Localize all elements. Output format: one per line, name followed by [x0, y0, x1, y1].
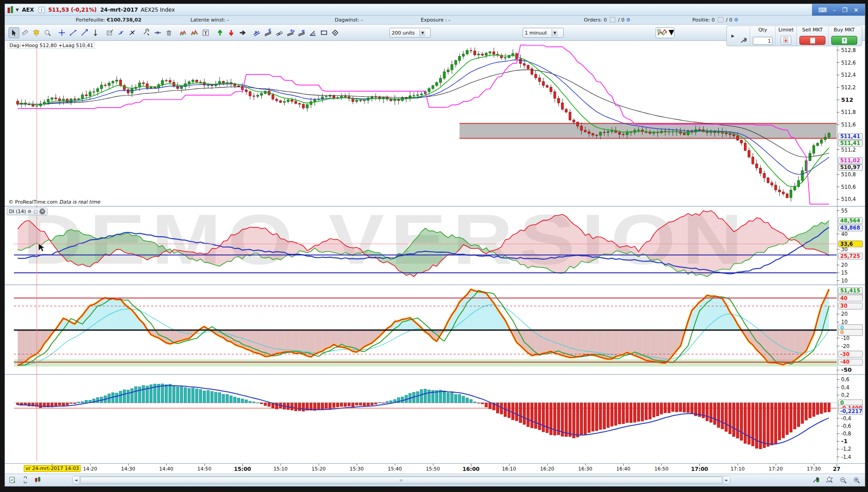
sigma-channel-tool-button[interactable]: σ — [296, 27, 307, 38]
info-icon[interactable]: i — [39, 7, 45, 13]
zoom-in-button[interactable] — [851, 475, 861, 485]
hline-cross-tool-button[interactable] — [152, 27, 163, 38]
expand-icon[interactable] — [718, 17, 723, 22]
oscillator-chart-canvas[interactable]: 2010-10-20-5051,41551,204403000-30-40 — [5, 285, 865, 375]
zoom-fit-button[interactable] — [825, 475, 834, 485]
alarm-tool-button[interactable] — [31, 27, 42, 38]
limit-order-button[interactable] — [781, 36, 791, 45]
sell-market-button[interactable] — [799, 36, 825, 45]
timeframe-value: 1 minuut — [525, 30, 547, 36]
svg-text:40: 40 — [841, 231, 848, 237]
time-tick — [128, 464, 129, 466]
svg-text:20: 20 — [841, 311, 848, 317]
zoom-out-button[interactable] — [838, 475, 848, 485]
time-label: 16:50 — [654, 466, 669, 472]
chart-style-button[interactable]: ▼ — [656, 27, 674, 38]
order-settings-button[interactable] — [737, 26, 750, 45]
scroll-left-icon[interactable]: ◄ — [73, 476, 80, 484]
link-button[interactable] — [20, 475, 30, 485]
pattern-tool-button[interactable] — [189, 27, 200, 38]
histogram-chart-canvas[interactable]: 0,60,40,2-0,4-0,6-0,8-1-1,2-1,40-0,1400-… — [5, 375, 865, 462]
svg-text:43,868: 43,868 — [840, 225, 860, 231]
timeframe-dropdown[interactable]: 1 minuut ▼ — [523, 28, 564, 38]
candles-button[interactable] — [33, 475, 43, 485]
segment-tool-button[interactable] — [79, 27, 90, 38]
svg-text:48,564: 48,564 — [840, 218, 860, 224]
application-window: ▼ AEX i 511,53 (-0,21%) 24-mrt-2017 AEX2… — [0, 0, 868, 492]
daily-high-low-label: Dag:+Hoog 512,80 +Laag 510,41 — [8, 42, 95, 49]
pointer-tool-button[interactable] — [9, 27, 19, 38]
trash-tool-button[interactable] — [164, 27, 174, 38]
parallel-lines-tool-button[interactable] — [251, 27, 262, 38]
indicator-close-icon[interactable]: ✕ — [39, 209, 45, 214]
di-indicator-chip: DI (14) ⚙ ▢ ✕ — [7, 208, 48, 215]
scrollbar-thumb[interactable]: ≡ — [80, 477, 722, 483]
restore-icon[interactable]: ❐ — [842, 7, 847, 13]
keyboard-icon[interactable]: ⌨ — [818, 7, 827, 13]
svg-text:510,6: 510,6 — [841, 184, 856, 190]
order-panel: ▶ Qty Limiet Sell MKT — [726, 26, 862, 46]
buy-market-button[interactable] — [831, 36, 857, 45]
title-bar: ▼ AEX i 511,53 (-0,21%) 24-mrt-2017 AEX2… — [5, 4, 865, 16]
angle-tool-button[interactable]: α — [307, 27, 318, 38]
time-axis[interactable]: vr 24-mrt-2017 14:03 14:1014:2014:3014:4… — [5, 463, 865, 474]
arrow-down-tool-button[interactable] — [226, 27, 237, 38]
qty-input[interactable] — [753, 37, 773, 45]
arrow-right-tool-button[interactable] — [237, 27, 248, 38]
grid-edit-tool-button[interactable] — [104, 27, 115, 38]
time-tick — [166, 464, 167, 466]
euro-channel-tool-button[interactable]: Є — [263, 27, 273, 38]
text-tool-button[interactable]: T — [200, 27, 211, 38]
histogram-panel[interactable]: 0,60,40,2-0,4-0,6-0,8-1-1,2-1,40-0,1400-… — [5, 375, 865, 462]
tools-tool-button[interactable] — [141, 27, 152, 38]
svg-text:512,8: 512,8 — [841, 47, 856, 53]
time-label: 16:00 — [462, 466, 479, 472]
horizontal-scrollbar[interactable]: ◄ ≡ ► — [72, 476, 730, 484]
raff-channel-tool-button[interactable]: Raff — [285, 27, 296, 38]
rect-tool-tool-button[interactable] — [319, 27, 329, 38]
svg-text:-20: -20 — [841, 343, 850, 349]
pitchfork-tool-button[interactable] — [274, 27, 285, 38]
close-icon[interactable]: ✕ — [854, 7, 859, 13]
crosshair-tool-button[interactable] — [56, 27, 67, 38]
gear-icon[interactable]: ⚙ — [734, 17, 738, 23]
new-chart-button[interactable] — [8, 475, 17, 485]
svg-text:-30: -30 — [840, 351, 850, 357]
svg-text:510,4: 510,4 — [841, 196, 856, 202]
di-chart-canvas[interactable]: 55403020151048,56443,86833,625,725 — [5, 207, 865, 285]
time-tick — [242, 464, 243, 466]
ruler-tool-button[interactable] — [20, 27, 30, 38]
order-panel-expander[interactable]: ▶ — [729, 26, 737, 45]
time-tick — [776, 464, 776, 466]
svg-text:25,725: 25,725 — [840, 253, 860, 259]
svg-text:-0,2217: -0,2217 — [840, 408, 862, 414]
candlestick-chart-canvas[interactable]: 512,8512,6512,4512,2512511,8511,6511,251… — [5, 41, 865, 207]
limit-label: Limiet — [778, 27, 794, 33]
euro-channel-icon: Є — [264, 29, 272, 37]
zigzag-tool-button[interactable] — [178, 27, 189, 38]
move-point-tool-button[interactable] — [116, 27, 126, 38]
svg-text:-50: -50 — [841, 366, 852, 373]
symbol-label[interactable]: AEX — [22, 7, 34, 13]
main-chart-panel[interactable]: Dag:+Hoog 512,80 +Laag 510,41 © ProRealT… — [5, 41, 865, 207]
vertline-tool-button[interactable] — [90, 27, 101, 38]
scroll-right-icon[interactable]: ► — [723, 476, 730, 484]
diamond-x-tool-button[interactable] — [330, 27, 341, 38]
di-indicator-panel[interactable]: DEMO VERSION DI (14) ⚙ ▢ ✕ 5540302015104… — [5, 207, 865, 285]
indicator-settings-icon[interactable]: ⚙ — [28, 209, 32, 214]
wrench-candle-button[interactable] — [811, 475, 821, 485]
delete-line-tool-button[interactable] — [127, 27, 138, 38]
oscillator-panel[interactable]: 2010-10-20-5051,41551,204403000-30-40 — [5, 285, 865, 375]
arrow-up-tool-button[interactable] — [215, 27, 225, 38]
minimize-icon[interactable]: – — [833, 7, 836, 13]
indicator-window-icon[interactable]: ▢ — [34, 209, 38, 214]
trendline-tool-button[interactable] — [68, 27, 78, 38]
time-label: 15:50 — [426, 466, 440, 472]
zoom-tool-button[interactable] — [42, 27, 53, 38]
symbol-dropdown-caret-icon[interactable]: ▼ — [16, 8, 19, 12]
qty-column: Qty — [750, 26, 775, 45]
expand-icon[interactable] — [610, 17, 615, 22]
units-dropdown[interactable]: 200 units ▼ — [389, 28, 431, 38]
gear-icon[interactable]: ⚙ — [626, 17, 630, 23]
window-controls: ⌨ – ❐ ✕ — [812, 4, 865, 16]
